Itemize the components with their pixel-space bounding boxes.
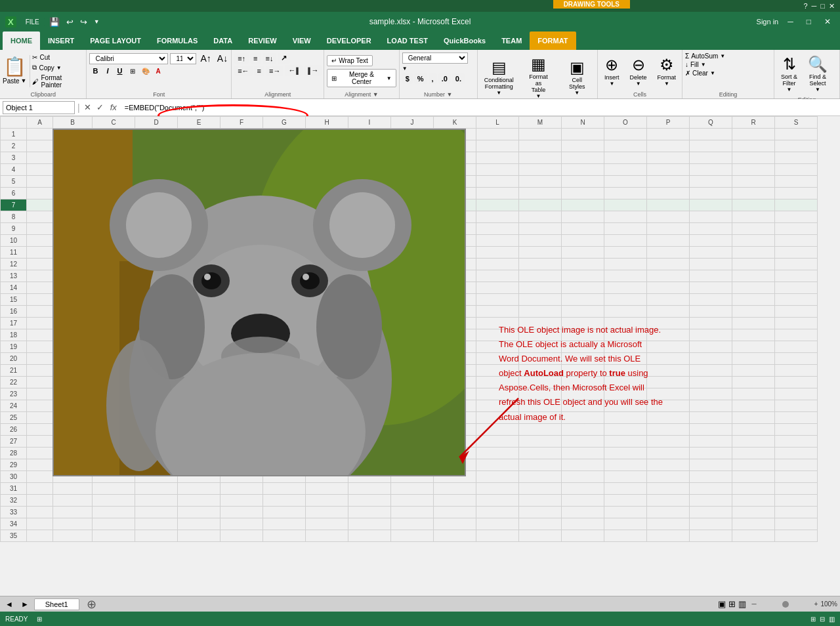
autosum-btn[interactable]: Σ AutoSum ▼ [685,52,725,60]
cell-m1[interactable] [519,129,562,140]
cell-m26[interactable] [519,424,562,436]
cell-m29[interactable] [519,459,562,471]
tab-developer[interactable]: DEVELOPER [319,31,379,50]
cell-s15[interactable] [775,294,818,306]
cell-q7[interactable] [690,199,732,211]
fill-dropdown-icon[interactable]: ▼ [701,62,706,68]
merge-dropdown-icon[interactable]: ▼ [387,75,392,81]
cell-p29[interactable] [647,459,690,471]
zoom-out-btn[interactable]: ─ [751,600,756,608]
col-header-j[interactable]: J [391,117,434,129]
col-header-r[interactable]: R [732,117,775,129]
row-number-31[interactable]: 31 [1,483,27,495]
tab-quickbooks[interactable]: QuickBooks [436,31,494,50]
cell-o34[interactable] [604,518,647,530]
help-btn[interactable]: ? [803,2,807,10]
cell-m33[interactable] [519,507,562,518]
sheet-tab-sheet1[interactable]: Sheet1 [34,598,79,610]
cell-h31[interactable] [306,483,348,495]
tab-data[interactable]: DATA [205,31,240,50]
format-painter-btn[interactable]: 🖌 Format Painter [32,74,83,89]
cell-o11[interactable] [604,247,647,259]
cell-o4[interactable] [604,164,647,176]
cell-m6[interactable] [519,188,562,199]
align-bottom-btn[interactable]: ≡↓ [262,53,277,64]
cell-s19[interactable] [775,341,818,353]
row-number-25[interactable]: 25 [1,412,27,424]
cell-o10[interactable] [604,235,647,247]
cell-c32[interactable] [93,495,135,507]
row-number-21[interactable]: 21 [1,365,27,377]
row-number-12[interactable]: 12 [1,259,27,270]
cell-a28[interactable] [27,448,53,459]
row-number-4[interactable]: 4 [1,164,27,176]
cell-r9[interactable] [732,223,775,235]
cell-l14[interactable] [476,282,519,294]
cell-a19[interactable] [27,341,53,353]
cell-n26[interactable] [562,424,604,436]
row-number-5[interactable]: 5 [1,176,27,188]
cell-n10[interactable] [562,235,604,247]
cell-s21[interactable] [775,365,818,377]
row-number-28[interactable]: 28 [1,448,27,459]
cell-n13[interactable] [562,270,604,282]
cell-c35[interactable] [93,530,135,542]
cell-q5[interactable] [690,176,732,188]
cell-r7[interactable] [732,199,775,211]
cell-s3[interactable] [775,152,818,164]
cell-i35[interactable] [348,530,391,542]
col-header-e[interactable]: E [178,117,220,129]
cell-r33[interactable] [732,507,775,518]
row-number-16[interactable]: 16 [1,306,27,318]
col-header-i[interactable]: I [348,117,391,129]
cell-r16[interactable] [732,306,775,318]
col-header-h[interactable]: H [306,117,348,129]
cell-s26[interactable] [775,424,818,436]
cell-a16[interactable] [27,306,53,318]
cell-l32[interactable] [476,495,519,507]
cell-l34[interactable] [476,518,519,530]
cell-styles-dropdown-icon[interactable]: ▼ [574,90,579,96]
row-number-22[interactable]: 22 [1,377,27,388]
cell-a20[interactable] [27,353,53,365]
font-size-decrease-btn[interactable]: A↓ [215,52,230,64]
format-table-dropdown-icon[interactable]: ▼ [536,93,541,99]
copy-dropdown-icon[interactable]: ▼ [56,65,62,71]
cell-a12[interactable] [27,259,53,270]
cell-s14[interactable] [775,282,818,294]
border-btn[interactable]: ⊞ [127,66,138,76]
formula-input[interactable] [122,101,837,114]
col-header-s[interactable]: S [775,117,818,129]
cell-p30[interactable] [647,471,690,483]
bold-btn[interactable]: B [89,66,101,76]
cell-s34[interactable] [775,518,818,530]
col-header-m[interactable]: M [519,117,562,129]
cell-c33[interactable] [93,507,135,518]
cell-m15[interactable] [519,294,562,306]
cell-r14[interactable] [732,282,775,294]
cell-s9[interactable] [775,223,818,235]
row-number-19[interactable]: 19 [1,341,27,353]
number-format-select[interactable]: General [402,52,468,64]
row-number-18[interactable]: 18 [1,329,27,341]
cell-n31[interactable] [562,483,604,495]
cell-r1[interactable] [732,129,775,140]
cell-s11[interactable] [775,247,818,259]
insert-btn[interactable]: ⊕ Insert ▼ [600,53,623,89]
row-number-9[interactable]: 9 [1,223,27,235]
cell-a23[interactable] [27,388,53,400]
cell-m10[interactable] [519,235,562,247]
cell-f34[interactable] [220,518,263,530]
cell-p31[interactable] [647,483,690,495]
cell-q2[interactable] [690,140,732,152]
cell-q27[interactable] [690,436,732,448]
row-number-7[interactable]: 7 [1,199,27,211]
minimize-window-btn[interactable]: ─ [784,16,797,28]
cell-p5[interactable] [647,176,690,188]
cell-p26[interactable] [647,424,690,436]
cell-n27[interactable] [562,436,604,448]
cell-r11[interactable] [732,247,775,259]
col-header-n[interactable]: N [562,117,604,129]
normal-view-btn[interactable]: ▣ [718,599,726,609]
cell-k31[interactable] [434,483,476,495]
